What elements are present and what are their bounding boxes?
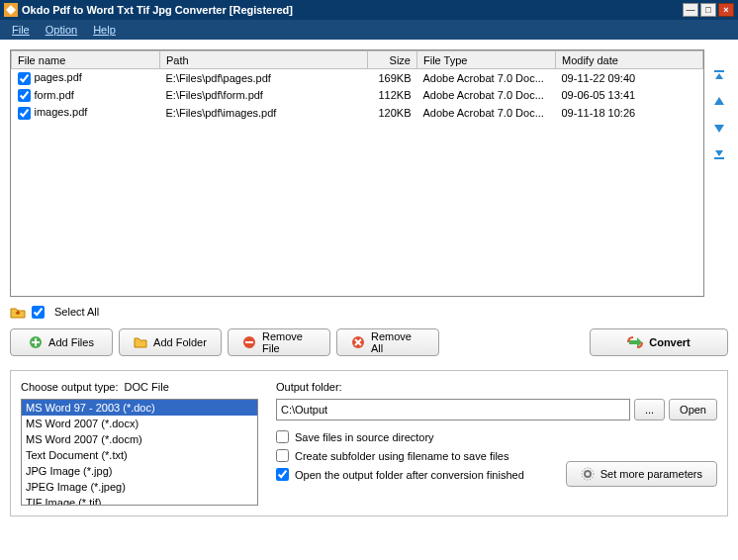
menu-option[interactable]: Option xyxy=(38,24,85,36)
more-parameters-button[interactable]: Set more parameters xyxy=(566,461,717,487)
table-row[interactable]: form.pdfE:\Files\pdf\form.pdf112KBAdobe … xyxy=(12,87,703,105)
titlebar: Okdo Pdf to Word Txt Tif Jpg Converter [… xyxy=(0,0,738,20)
col-type[interactable]: File Type xyxy=(417,51,556,69)
list-item[interactable]: JPEG Image (*.jpeg) xyxy=(22,479,257,495)
col-path[interactable]: Path xyxy=(160,51,368,69)
row-checkbox[interactable] xyxy=(18,107,31,120)
maximize-button[interactable]: □ xyxy=(700,3,716,17)
move-bottom-button[interactable] xyxy=(710,144,728,162)
gear-icon xyxy=(581,467,595,481)
remove-all-button[interactable]: Remove All xyxy=(336,328,439,356)
minus-icon xyxy=(242,335,256,349)
col-date[interactable]: Modify date xyxy=(556,51,703,69)
move-up-button[interactable] xyxy=(710,93,728,111)
open-after-checkbox[interactable] xyxy=(276,468,289,481)
output-folder-label: Output folder: xyxy=(276,381,717,393)
output-type-listbox[interactable]: MS Word 97 - 2003 (*.doc)MS Word 2007 (*… xyxy=(21,399,258,506)
list-item[interactable]: MS Word 2007 (*.docm) xyxy=(22,431,257,447)
create-subfolder-checkbox[interactable] xyxy=(276,449,289,462)
convert-button[interactable]: Convert xyxy=(590,328,728,356)
add-folder-button[interactable]: Add Folder xyxy=(119,328,222,356)
list-item[interactable]: MS Word 2007 (*.docx) xyxy=(22,416,257,431)
window-title: Okdo Pdf to Word Txt Tif Jpg Converter [… xyxy=(22,4,681,16)
output-folder-input[interactable] xyxy=(276,399,630,420)
row-checkbox[interactable] xyxy=(18,72,31,85)
menu-file[interactable]: File xyxy=(4,24,38,36)
selectall-label: Select All xyxy=(54,306,99,318)
minimize-button[interactable]: — xyxy=(683,3,698,17)
col-size[interactable]: Size xyxy=(368,51,417,69)
move-down-button[interactable] xyxy=(710,119,728,137)
close-button[interactable]: × xyxy=(718,3,734,17)
output-type-current: DOC File xyxy=(125,381,169,393)
output-type-label: Choose output type: xyxy=(21,381,118,393)
table-row[interactable]: images.pdfE:\Files\pdf\images.pdf120KBAd… xyxy=(12,104,703,122)
row-checkbox[interactable] xyxy=(18,89,31,102)
selectall-checkbox[interactable] xyxy=(32,306,45,319)
svg-point-7 xyxy=(582,468,594,480)
move-top-button[interactable] xyxy=(710,67,728,85)
plus-icon xyxy=(29,335,43,349)
add-files-button[interactable]: Add Files xyxy=(10,328,113,356)
up-folder-icon[interactable] xyxy=(10,305,26,319)
open-folder-button[interactable]: Open xyxy=(669,399,717,420)
table-row[interactable]: pages.pdfE:\Files\pdf\pages.pdf169KBAdob… xyxy=(12,69,703,87)
convert-icon xyxy=(627,335,643,349)
list-item[interactable]: TIF Image (*.tif) xyxy=(22,495,257,506)
svg-rect-2 xyxy=(714,157,724,159)
browse-button[interactable]: ... xyxy=(634,399,665,420)
menu-help[interactable]: Help xyxy=(85,24,124,36)
file-list[interactable]: File name Path Size File Type Modify dat… xyxy=(10,49,704,297)
svg-rect-1 xyxy=(714,70,724,72)
folder-icon xyxy=(134,335,147,349)
list-item[interactable]: MS Word 97 - 2003 (*.doc) xyxy=(22,400,257,416)
list-item[interactable]: Text Document (*.txt) xyxy=(22,447,257,463)
remove-all-icon xyxy=(351,335,365,349)
settings-panel: Choose output type: DOC File MS Word 97 … xyxy=(10,370,728,516)
save-source-checkbox[interactable] xyxy=(276,430,289,443)
app-icon xyxy=(4,3,18,17)
remove-file-button[interactable]: Remove File xyxy=(228,328,330,356)
col-filename[interactable]: File name xyxy=(12,51,160,69)
main-content: File name Path Size File Type Modify dat… xyxy=(0,40,738,526)
menubar: File Option Help xyxy=(0,20,738,40)
svg-point-6 xyxy=(585,471,591,477)
list-item[interactable]: JPG Image (*.jpg) xyxy=(22,463,257,479)
